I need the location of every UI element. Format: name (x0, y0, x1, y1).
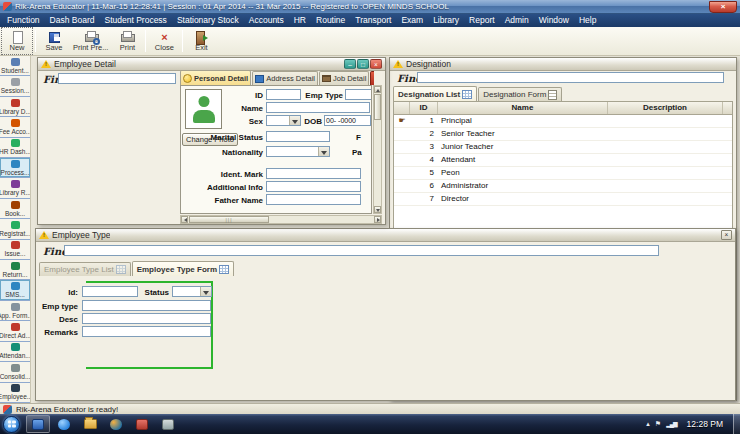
taskbar-app-utility[interactable] (156, 415, 180, 433)
sidebar-item-fee-account[interactable]: Fee Acco... (0, 117, 30, 137)
name-input[interactable] (266, 102, 370, 113)
table-row[interactable]: ☛ 1 Principal (394, 115, 732, 128)
designation-titlebar[interactable]: Designation (390, 58, 736, 71)
find-input[interactable] (417, 72, 724, 83)
find-input[interactable] (58, 73, 176, 84)
sidebar-item-book[interactable]: Book... (0, 199, 30, 219)
tab-address-detail[interactable]: Address Detail (252, 71, 318, 85)
tab-personal-detail[interactable]: Personal Detail (180, 70, 251, 85)
show-hidden-icons-arrow[interactable]: ▴ (646, 415, 650, 433)
close-button[interactable]: × (370, 59, 382, 69)
taskbar-clock[interactable]: 12:28 PM (682, 419, 728, 429)
menu-library[interactable]: Library (428, 14, 464, 27)
find-input[interactable] (64, 245, 659, 256)
menu-admin[interactable]: Admin (500, 14, 534, 27)
sidebar-item-registration[interactable]: Registrat... (0, 219, 30, 239)
menu-student-process[interactable]: Student Process (100, 14, 172, 27)
close-button[interactable]: × Close (149, 28, 179, 54)
maximize-button[interactable]: □ (357, 59, 369, 69)
taskbar-app-explorer[interactable] (78, 415, 102, 433)
dob-input[interactable]: 00- -0000 (324, 115, 371, 126)
menu-help[interactable]: Help (574, 14, 601, 27)
menu-accounts[interactable]: Accounts (244, 14, 289, 27)
sidebar-item-consolidated[interactable]: Consolid... (0, 362, 30, 382)
sidebar-item-employee[interactable]: Employee... (0, 383, 30, 403)
exit-button[interactable]: Exit (186, 28, 216, 54)
network-signal-icon[interactable]: ▂▄▆ (666, 415, 676, 433)
menu-dash-board[interactable]: Dash Board (45, 14, 100, 27)
save-button[interactable]: Save (39, 28, 69, 54)
id-input[interactable] (266, 89, 301, 100)
desc-input[interactable] (82, 313, 211, 324)
sidebar-item-direct-admission[interactable]: Direct Ad... (0, 321, 30, 341)
close-button[interactable]: × (721, 230, 732, 240)
taskbar-app-media-player[interactable] (104, 415, 128, 433)
table-row[interactable]: 4 Attendant (394, 154, 732, 167)
emp-type-input[interactable] (82, 300, 211, 311)
magnifier-icon (93, 38, 100, 45)
vertical-scrollbar[interactable] (373, 85, 382, 214)
print-preview-button[interactable]: Print Pre... (69, 28, 112, 54)
sidebar-item-student[interactable]: Student... (0, 56, 30, 76)
taskbar-app-educator[interactable] (26, 415, 50, 433)
remarks-input[interactable] (82, 326, 211, 337)
table-row[interactable]: 6 Administrator (394, 180, 732, 193)
sidebar-item-library-report[interactable]: Library R... (0, 178, 30, 198)
horizontal-scrollbar[interactable]: ||| (180, 215, 382, 224)
menu-report[interactable]: Report (464, 14, 500, 27)
sidebar-item-library-dashboard[interactable]: Library D... (0, 97, 30, 117)
sidebar-item-session[interactable]: Session... (0, 76, 30, 96)
tab-designation-form[interactable]: Designation Form (478, 87, 562, 101)
table-row[interactable]: 5 Peon (394, 167, 732, 180)
menu-hr[interactable]: HR (289, 14, 311, 27)
father-name-input[interactable] (266, 194, 361, 205)
show-desktop-button[interactable] (733, 414, 740, 434)
status-bar: Rik-Arena Educator is ready! (0, 403, 740, 414)
ident-mark-input[interactable] (266, 168, 361, 179)
taskbar-app-browser[interactable] (52, 415, 76, 433)
sidebar-item-app-form[interactable]: App. Form... (0, 301, 30, 321)
scroll-right-arrow[interactable] (374, 216, 381, 223)
menu-transport[interactable]: Transport (350, 14, 396, 27)
table-row[interactable]: 3 Junior Teacher (394, 141, 732, 154)
tab-designation-list[interactable]: Designation List (393, 86, 477, 101)
sidebar-item-attendance[interactable]: Attendan... (0, 342, 30, 362)
app-close-button[interactable]: × (709, 1, 737, 13)
tab-employee-type-list[interactable]: Employee Type List (39, 262, 131, 276)
sex-select[interactable] (266, 115, 301, 126)
tab-overflow-red[interactable] (370, 71, 374, 85)
sidebar-item-process[interactable]: Process... (0, 158, 30, 178)
additional-info-input[interactable] (266, 181, 361, 192)
scroll-up-arrow[interactable] (374, 86, 381, 93)
scroll-thumb[interactable]: ||| (189, 216, 269, 223)
scroll-down-arrow[interactable] (374, 206, 381, 213)
action-center-flag-icon[interactable]: ⚑ (655, 415, 661, 433)
id-input[interactable] (82, 286, 138, 297)
sidebar-item-hr-dashboard[interactable]: HR Dash... (0, 138, 30, 158)
scroll-left-arrow[interactable] (181, 216, 188, 223)
menu-function[interactable]: Function (2, 14, 45, 27)
table-row[interactable]: 2 Senior Teacher (394, 128, 732, 141)
menu-exam[interactable]: Exam (396, 14, 428, 27)
table-row[interactable]: 7 Director (394, 193, 732, 206)
scroll-thumb[interactable] (374, 94, 381, 120)
tab-job-detail[interactable]: Job Detail (319, 71, 369, 85)
print-button[interactable]: Print (112, 28, 142, 54)
employee-type-titlebar[interactable]: Employee Type × (36, 229, 735, 242)
emp-type-input[interactable] (345, 89, 372, 100)
start-button[interactable] (3, 416, 20, 433)
status-select[interactable] (172, 286, 212, 297)
minimize-button[interactable]: – (344, 59, 356, 69)
menu-routine[interactable]: Routine (311, 14, 350, 27)
new-button[interactable]: New (2, 28, 32, 54)
marital-status-input[interactable] (266, 131, 330, 142)
sidebar-item-issue[interactable]: Issue... (0, 240, 30, 260)
tab-employee-type-form[interactable]: Employee Type Form (132, 261, 234, 276)
sidebar-item-sms[interactable]: SMS... (0, 280, 30, 300)
app-titlebar[interactable]: Rik-Arena Educator | 11-Mar-15 12:28:41 … (0, 0, 740, 14)
sidebar-item-return[interactable]: Return... (0, 260, 30, 280)
menu-stationary-stock[interactable]: Stationary Stock (172, 14, 244, 27)
nationality-select[interactable] (266, 146, 330, 157)
taskbar-app-document[interactable] (130, 415, 154, 433)
menu-window[interactable]: Window (534, 14, 574, 27)
